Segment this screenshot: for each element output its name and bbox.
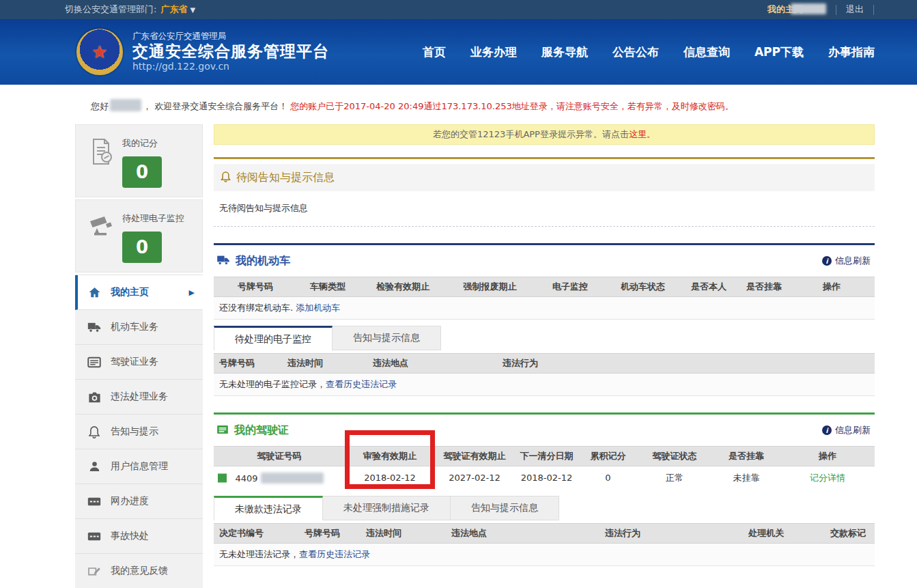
license-refresh-button[interactable]: i 信息刷新 bbox=[822, 424, 871, 436]
bell-icon bbox=[221, 171, 231, 185]
sidebar-item-violation-business[interactable]: 违法处理业务 bbox=[75, 380, 203, 415]
truck-icon bbox=[87, 322, 101, 333]
content: 我的记分 0 待处理电子监控 0 我的主页 ▶ 机动车业务 bbox=[75, 124, 875, 588]
license-table: 驾驶证号码 审验有效期止 驾驶证有效期止 下一清分日期 累积记分 驾驶证状态 是… bbox=[214, 446, 875, 490]
points-value: 0 bbox=[579, 466, 637, 490]
sidebar-item-user-info[interactable]: 用户信息管理 bbox=[75, 449, 203, 484]
license-row: 4409 2018-02-12 2027-02-12 2018-02-12 0 … bbox=[214, 466, 875, 490]
region-selector[interactable]: 广东省 bbox=[160, 3, 187, 16]
switch-department-label: 切换公安交通管理部门: bbox=[65, 3, 156, 16]
tab-unpaid-violations[interactable]: 未缴款违法记录 bbox=[214, 496, 323, 520]
vehicles-section: 我的机动车 i 信息刷新 号牌号码 车辆类型 检验有效期止 强制报废期止 电子监… bbox=[214, 243, 875, 396]
nav-announcements[interactable]: 公告公布 bbox=[612, 44, 659, 60]
logout-link[interactable]: 退出 bbox=[846, 3, 864, 16]
my-points-value[interactable]: 0 bbox=[122, 156, 162, 188]
nav-handbook[interactable]: 办事指南 bbox=[828, 44, 875, 60]
col-license-expiry: 驾驶证有效期止 bbox=[435, 447, 514, 466]
license-list-icon bbox=[216, 424, 229, 437]
accident-card-icon bbox=[87, 531, 101, 542]
sidebar-item-license-business[interactable]: 驾驶证业务 bbox=[75, 345, 203, 380]
history-violations-link[interactable]: 查看历史违法记录 bbox=[326, 379, 397, 389]
feedback-icon bbox=[87, 565, 101, 576]
main-content: 若您的交管12123手机APP登录提示异常。请点击这里。 待阅告知与提示信息 无… bbox=[214, 124, 875, 566]
sidebar-item-feedback[interactable]: 我的意见反馈 bbox=[75, 554, 203, 588]
my-home-link[interactable]: 我的主页 bbox=[767, 3, 826, 16]
license-expiry-value: 2027-02-12 bbox=[435, 466, 514, 490]
sidebar-item-notifications[interactable]: 告知与提示 bbox=[75, 415, 203, 449]
sidebar-item-online-progress[interactable]: 网办进度 bbox=[75, 484, 203, 519]
vehicles-table: 号牌号码 车辆类型 检验有效期止 强制报废期止 电子监控 机动车状态 是否本人 … bbox=[214, 277, 875, 320]
welcome-message: 您好， 欢迎登录交通安全综合服务平台！ 您的账户已于2017-04-20 20:… bbox=[91, 99, 917, 113]
tab-violation-notices[interactable]: 告知与提示信息 bbox=[451, 496, 559, 520]
privacy-blur bbox=[110, 99, 141, 111]
divider bbox=[836, 5, 836, 15]
pending-monitor-value[interactable]: 0 bbox=[122, 232, 162, 263]
login-alert-text: 您的账户已于2017-04-20 20:49通过173.173.10.253地址… bbox=[290, 101, 734, 111]
privacy-blur bbox=[791, 3, 826, 14]
col-plate-number: 号牌号码 bbox=[214, 277, 297, 297]
police-badge-icon: ★ bbox=[76, 29, 123, 75]
col-violation-behavior: 违法行为 bbox=[599, 523, 743, 543]
col-plate-number: 号牌号码 bbox=[214, 354, 282, 374]
chevron-down-icon[interactable]: ▼ bbox=[190, 6, 195, 14]
next-clear-date-value: 2018-02-12 bbox=[514, 466, 579, 490]
vehicles-refresh-button[interactable]: i 信息刷新 bbox=[822, 255, 871, 267]
violation-empty-row: 无未处理违法记录，查看历史违法记录 bbox=[214, 543, 875, 565]
notice-here-link[interactable]: 这里 bbox=[629, 128, 647, 141]
violation-tabs: 未缴款违法记录 未处理强制措施记录 告知与提示信息 bbox=[214, 496, 875, 520]
license-title: 我的驾驶证 bbox=[234, 423, 289, 438]
col-affiliated: 是否挂靠 bbox=[739, 277, 789, 297]
add-vehicle-link[interactable]: 添加机动车 bbox=[296, 303, 340, 313]
vehicles-empty-row: 还没有绑定机动车. 添加机动车 bbox=[214, 297, 875, 320]
vehicles-table-header: 号牌号码 车辆类型 检验有效期止 强制报废期止 电子监控 机动车状态 是否本人 … bbox=[214, 277, 875, 297]
main-nav: 首页 业务办理 服务导航 公告公布 信息查询 APP下载 办事指南 bbox=[423, 44, 875, 60]
user-icon bbox=[87, 460, 101, 473]
sidebar-item-vehicle-business[interactable]: 机动车业务 bbox=[75, 310, 203, 345]
violation-table: 决定书编号 号牌号码 违法时间 违法地点 违法行为 处理机关 交款标记 无未处理… bbox=[214, 523, 875, 566]
col-inspection-expiry: 检验有效期止 bbox=[358, 277, 447, 297]
monitor-empty-row: 无未处理的电子监控记录，查看历史违法记录 bbox=[214, 374, 875, 396]
platform-title: 交通安全综合服务管理平台 bbox=[132, 42, 329, 61]
col-actions: 操作 bbox=[789, 277, 875, 297]
nav-home[interactable]: 首页 bbox=[423, 44, 446, 60]
info-icon: i bbox=[822, 425, 832, 435]
license-section: 我的驾驶证 i 信息刷新 驾驶证号码 审验有效期止 驾驶证有效期止 下一清分日期… bbox=[214, 412, 875, 566]
sidebar-item-my-home[interactable]: 我的主页 ▶ bbox=[75, 275, 203, 310]
divider bbox=[873, 5, 874, 15]
bell-icon bbox=[87, 425, 101, 438]
nav-info-query[interactable]: 信息查询 bbox=[683, 44, 730, 60]
sidebar-item-accident-quick[interactable]: 事故快处 bbox=[75, 519, 203, 554]
tab-pending-monitor[interactable]: 待处理的电子监控 bbox=[214, 326, 333, 350]
nav-app-download[interactable]: APP下载 bbox=[754, 44, 804, 60]
monitor-table: 号牌号码 违法时间 违法地点 违法行为 无未处理的电子监控记录，查看历史违法记录 bbox=[214, 353, 875, 396]
license-header: 我的驾驶证 i 信息刷新 bbox=[214, 415, 875, 446]
nav-business[interactable]: 业务办理 bbox=[470, 44, 517, 60]
col-payment-mark: 交款标记 bbox=[825, 523, 875, 543]
tab-monitor-notices[interactable]: 告知与提示信息 bbox=[333, 326, 441, 350]
audit-expiry-value: 2018-02-12 bbox=[345, 466, 435, 490]
score-document-icon bbox=[85, 135, 118, 188]
license-status-value: 正常 bbox=[637, 466, 712, 490]
tab-enforcement-records[interactable]: 未处理强制措施记录 bbox=[323, 496, 451, 520]
points-detail-link[interactable]: 记分详情 bbox=[810, 473, 845, 483]
col-next-clear-date: 下一清分日期 bbox=[514, 447, 579, 466]
nav-service-guide[interactable]: 服务导航 bbox=[541, 44, 588, 60]
monitor-tabs: 待处理的电子监控 告知与提示信息 bbox=[214, 326, 875, 350]
col-violation-place: 违法地点 bbox=[446, 523, 599, 543]
col-violation-place: 违法地点 bbox=[367, 354, 497, 374]
col-violation-behavior: 违法行为 bbox=[497, 354, 875, 374]
col-violation-time: 违法时间 bbox=[361, 523, 446, 543]
col-decision-number: 决定书编号 bbox=[214, 523, 299, 543]
pending-notice-title: 待阅告知与提示信息 bbox=[236, 171, 335, 185]
license-table-header: 驾驶证号码 审验有效期止 驾驶证有效期止 下一清分日期 累积记分 驾驶证状态 是… bbox=[214, 447, 875, 466]
privacy-blur bbox=[261, 473, 324, 484]
vehicles-title: 我的机动车 bbox=[236, 254, 290, 268]
site-url: http://gd.122.gov.cn bbox=[132, 61, 329, 73]
chevron-right-icon: ▶ bbox=[189, 288, 195, 297]
col-handling-agency: 处理机关 bbox=[743, 523, 825, 543]
monitor-table-header: 号牌号码 违法时间 违法地点 违法行为 bbox=[214, 354, 875, 374]
stat-card-pending-monitor: 待处理电子监控 0 bbox=[75, 199, 203, 272]
col-is-self: 是否本人 bbox=[678, 277, 739, 297]
history-violations-link[interactable]: 查看历史违法记录 bbox=[299, 549, 370, 559]
sidebar-menu: 我的主页 ▶ 机动车业务 驾驶证业务 违法处理业务 bbox=[75, 275, 203, 588]
